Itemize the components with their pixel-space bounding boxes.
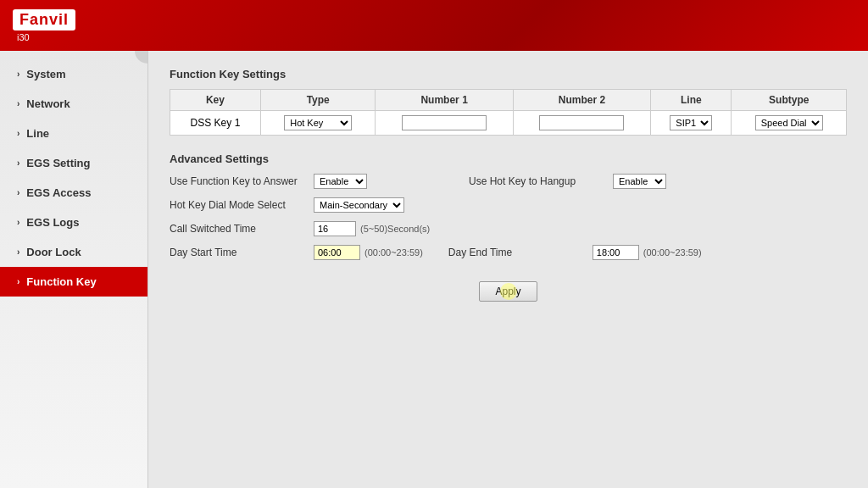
sidebar-item-egs-access[interactable]: › EGS Access: [0, 178, 147, 208]
switched-time-value[interactable]: (5~50)Second(s): [314, 221, 430, 236]
day-start-label: Day Start Time: [170, 247, 314, 258]
sidebar-item-label: Network: [26, 97, 70, 110]
use-hot-key-label: Use Hot Key to Hangup: [469, 175, 613, 187]
apply-container: Apply: [170, 273, 847, 302]
arrow-icon: ›: [17, 218, 19, 227]
sidebar-item-label: Door Lock: [26, 246, 81, 258]
sidebar-item-label: EGS Logs: [26, 216, 79, 229]
function-key-settings-section: Function Key Settings Key Type Number 1 …: [170, 68, 847, 136]
sidebar-item-label: EGS Access: [26, 186, 91, 199]
sidebar-item-label: Line: [26, 127, 49, 140]
col-header-line: Line: [651, 90, 732, 111]
arrow-icon: ›: [17, 247, 19, 257]
table-row: DSS Key 1 Hot Key Speed Dial BLF: [170, 111, 847, 136]
sidebar-item-line[interactable]: › Line: [0, 119, 147, 148]
dial-mode-select[interactable]: Main-Secondary Round Robin: [314, 197, 404, 213]
arrow-icon: ›: [17, 188, 19, 197]
day-end-input[interactable]: [593, 245, 639, 260]
arrow-icon: ›: [17, 158, 19, 168]
logo: Fanvil i30: [13, 9, 75, 42]
col-header-subtype: Subtype: [732, 90, 847, 111]
col-header-key: Key: [170, 90, 261, 111]
day-start-input[interactable]: [314, 245, 360, 260]
switched-time-hint: (5~50)Second(s): [360, 224, 430, 234]
line-select[interactable]: SIP1 SIP2 SIP3: [670, 115, 712, 130]
main-layout: › System › Network › Line › EGS Setting …: [0, 51, 868, 488]
type-cell[interactable]: Hot Key Speed Dial BLF: [260, 111, 376, 136]
subtype-cell[interactable]: Speed Dial BLF Presence: [732, 111, 847, 136]
day-end-hint: (00:00~23:59): [643, 247, 702, 258]
dss-key-label: DSS Key 1: [170, 111, 261, 136]
col-header-type: Type: [260, 90, 376, 111]
number1-input[interactable]: [402, 115, 487, 130]
header: Fanvil i30: [0, 0, 868, 51]
number2-cell[interactable]: [513, 111, 650, 136]
use-function-key-label: Use Function Key to Answer: [170, 175, 314, 187]
logo-model: i30: [13, 32, 30, 42]
dial-mode-label: Hot Key Dial Mode Select: [170, 199, 314, 211]
number1-cell[interactable]: [376, 111, 513, 136]
sidebar-item-label: System: [26, 68, 65, 80]
use-function-key-value[interactable]: Enable Disable: [314, 174, 367, 189]
arrow-icon: ›: [17, 129, 19, 138]
day-end-value[interactable]: (00:00~23:59): [593, 245, 702, 260]
use-hot-key-select[interactable]: Enable Disable: [613, 174, 666, 189]
arrow-icon: ›: [17, 99, 19, 108]
switched-time-row: Call Switched Time (5~50)Second(s): [170, 221, 847, 236]
day-end-label: Day End Time: [448, 247, 593, 258]
dial-mode-row: Hot Key Dial Mode Select Main-Secondary …: [170, 197, 847, 213]
advanced-settings-title: Advanced Settings: [170, 152, 847, 165]
col-header-number2: Number 2: [513, 90, 650, 111]
answer-hangup-row: Use Function Key to Answer Enable Disabl…: [170, 174, 847, 189]
arrow-icon: ›: [17, 69, 19, 79]
day-start-hint: (00:00~23:59): [364, 247, 423, 258]
arrow-icon: ›: [17, 277, 19, 286]
function-key-table: Key Type Number 1 Number 2 Line Subtype …: [170, 89, 847, 136]
apply-button[interactable]: Apply: [479, 281, 537, 302]
sidebar-item-egs-setting[interactable]: › EGS Setting: [0, 148, 147, 178]
sidebar-item-egs-logs[interactable]: › EGS Logs: [0, 208, 147, 237]
type-select[interactable]: Hot Key Speed Dial BLF: [284, 115, 352, 130]
sidebar-item-label: EGS Setting: [26, 157, 90, 169]
switched-time-input[interactable]: [314, 221, 356, 236]
sidebar: › System › Network › Line › EGS Setting …: [0, 51, 148, 488]
sidebar-item-door-lock[interactable]: › Door Lock: [0, 237, 147, 267]
use-function-key-select[interactable]: Enable Disable: [314, 174, 367, 189]
day-time-row: Day Start Time (00:00~23:59) Day End Tim…: [170, 245, 847, 260]
sidebar-item-system[interactable]: › System: [0, 59, 147, 89]
switched-time-label: Call Switched Time: [170, 223, 314, 235]
subtype-select[interactable]: Speed Dial BLF Presence: [755, 115, 823, 130]
day-start-value[interactable]: (00:00~23:59): [314, 245, 423, 260]
dial-mode-value[interactable]: Main-Secondary Round Robin: [314, 197, 404, 213]
col-header-number1: Number 1: [376, 90, 513, 111]
advanced-settings-section: Advanced Settings Use Function Key to An…: [170, 152, 847, 302]
content-area: Function Key Settings Key Type Number 1 …: [148, 51, 868, 488]
use-hot-key-value[interactable]: Enable Disable: [613, 174, 666, 189]
logo-text: Fanvil: [13, 9, 75, 30]
sidebar-item-network[interactable]: › Network: [0, 89, 147, 119]
line-cell[interactable]: SIP1 SIP2 SIP3: [651, 111, 732, 136]
sidebar-item-label: Function Key: [26, 275, 96, 288]
function-key-section-title: Function Key Settings: [170, 68, 847, 80]
sidebar-item-function-key[interactable]: › Function Key: [0, 267, 147, 297]
number2-input[interactable]: [539, 115, 624, 130]
